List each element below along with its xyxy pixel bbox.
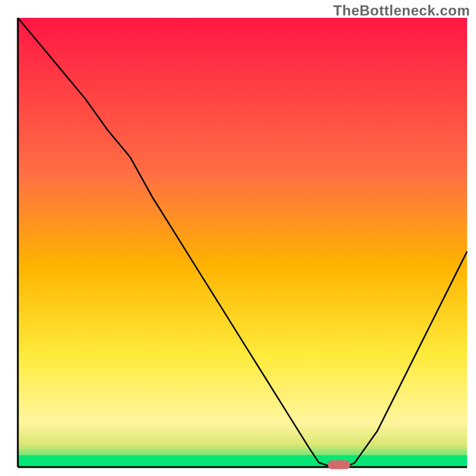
optimal-marker xyxy=(328,461,350,469)
chart-svg xyxy=(0,0,476,476)
green-band xyxy=(18,455,467,467)
chart-container: TheBottleneck.com xyxy=(0,0,476,476)
watermark-text: TheBottleneck.com xyxy=(333,2,470,19)
plot-background xyxy=(18,18,467,467)
